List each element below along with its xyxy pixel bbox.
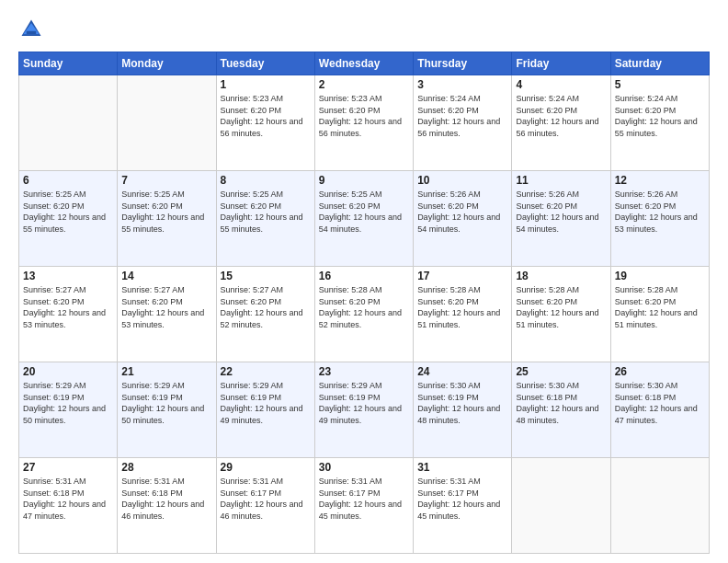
day-info: Sunrise: 5:31 AM Sunset: 6:17 PM Dayligh… [221,476,311,522]
day-info: Sunrise: 5:24 AM Sunset: 6:20 PM Dayligh… [417,93,507,139]
week-row-1: 1Sunrise: 5:23 AM Sunset: 6:20 PM Daylig… [19,75,710,171]
day-cell: 13Sunrise: 5:27 AM Sunset: 6:20 PM Dayli… [19,267,118,362]
header [18,17,710,42]
day-info: Sunrise: 5:30 AM Sunset: 6:18 PM Dayligh… [516,380,606,426]
day-cell: 25Sunrise: 5:30 AM Sunset: 6:18 PM Dayli… [512,362,610,458]
col-header-sunday: Sunday [19,52,118,75]
day-cell: 7Sunrise: 5:25 AM Sunset: 6:20 PM Daylig… [118,171,216,267]
day-info: Sunrise: 5:31 AM Sunset: 6:17 PM Dayligh… [417,476,507,522]
day-info: Sunrise: 5:29 AM Sunset: 6:19 PM Dayligh… [319,380,409,426]
svg-rect-2 [27,31,37,35]
day-info: Sunrise: 5:24 AM Sunset: 6:20 PM Dayligh… [615,93,705,139]
day-info: Sunrise: 5:31 AM Sunset: 6:18 PM Dayligh… [23,476,113,522]
week-row-3: 13Sunrise: 5:27 AM Sunset: 6:20 PM Dayli… [19,267,710,362]
day-info: Sunrise: 5:25 AM Sunset: 6:20 PM Dayligh… [23,189,113,235]
day-info: Sunrise: 5:28 AM Sunset: 6:20 PM Dayligh… [319,284,409,330]
day-number: 21 [121,365,211,378]
day-info: Sunrise: 5:26 AM Sunset: 6:20 PM Dayligh… [615,189,705,235]
day-number: 27 [23,461,113,474]
day-cell: 6Sunrise: 5:25 AM Sunset: 6:20 PM Daylig… [19,171,118,267]
day-number: 7 [121,174,211,187]
day-cell: 22Sunrise: 5:29 AM Sunset: 6:19 PM Dayli… [216,362,314,458]
day-number: 3 [417,78,507,91]
day-info: Sunrise: 5:27 AM Sunset: 6:20 PM Dayligh… [221,284,311,330]
calendar-table: SundayMondayTuesdayWednesdayThursdayFrid… [18,52,710,554]
col-header-friday: Friday [512,52,610,75]
day-cell [512,458,610,554]
week-row-5: 27Sunrise: 5:31 AM Sunset: 6:18 PM Dayli… [19,458,710,554]
day-number: 19 [615,270,705,282]
day-cell: 12Sunrise: 5:26 AM Sunset: 6:20 PM Dayli… [610,171,709,267]
day-number: 1 [221,78,311,91]
day-cell: 1Sunrise: 5:23 AM Sunset: 6:20 PM Daylig… [216,75,314,171]
day-cell: 15Sunrise: 5:27 AM Sunset: 6:20 PM Dayli… [216,267,314,362]
day-info: Sunrise: 5:26 AM Sunset: 6:20 PM Dayligh… [516,189,606,235]
day-number: 12 [615,174,705,187]
day-info: Sunrise: 5:27 AM Sunset: 6:20 PM Dayligh… [121,284,211,330]
day-cell: 9Sunrise: 5:25 AM Sunset: 6:20 PM Daylig… [314,171,413,267]
week-row-4: 20Sunrise: 5:29 AM Sunset: 6:19 PM Dayli… [19,362,710,458]
day-number: 25 [516,365,606,378]
day-cell [610,458,709,554]
day-info: Sunrise: 5:26 AM Sunset: 6:20 PM Dayligh… [417,189,507,235]
day-info: Sunrise: 5:29 AM Sunset: 6:19 PM Dayligh… [23,380,113,426]
day-number: 18 [516,270,606,282]
day-cell: 2Sunrise: 5:23 AM Sunset: 6:20 PM Daylig… [314,75,413,171]
day-info: Sunrise: 5:29 AM Sunset: 6:19 PM Dayligh… [121,380,211,426]
day-cell: 26Sunrise: 5:30 AM Sunset: 6:18 PM Dayli… [610,362,709,458]
day-info: Sunrise: 5:29 AM Sunset: 6:19 PM Dayligh… [221,380,311,426]
day-number: 2 [319,78,409,91]
day-cell: 8Sunrise: 5:25 AM Sunset: 6:20 PM Daylig… [216,171,314,267]
day-info: Sunrise: 5:28 AM Sunset: 6:20 PM Dayligh… [516,284,606,330]
day-number: 16 [319,270,409,282]
day-info: Sunrise: 5:30 AM Sunset: 6:18 PM Dayligh… [615,380,705,426]
day-info: Sunrise: 5:25 AM Sunset: 6:20 PM Dayligh… [221,189,311,235]
logo [18,17,48,42]
day-number: 8 [221,174,311,187]
day-cell: 10Sunrise: 5:26 AM Sunset: 6:20 PM Dayli… [414,171,512,267]
day-number: 4 [516,78,606,91]
day-cell: 16Sunrise: 5:28 AM Sunset: 6:20 PM Dayli… [314,267,413,362]
day-number: 17 [417,270,507,282]
day-number: 29 [221,461,311,474]
week-row-2: 6Sunrise: 5:25 AM Sunset: 6:20 PM Daylig… [19,171,710,267]
day-cell: 20Sunrise: 5:29 AM Sunset: 6:19 PM Dayli… [19,362,118,458]
day-cell: 11Sunrise: 5:26 AM Sunset: 6:20 PM Dayli… [512,171,610,267]
col-header-tuesday: Tuesday [216,52,314,75]
day-cell: 24Sunrise: 5:30 AM Sunset: 6:19 PM Dayli… [414,362,512,458]
day-info: Sunrise: 5:23 AM Sunset: 6:20 PM Dayligh… [221,93,311,139]
day-info: Sunrise: 5:31 AM Sunset: 6:18 PM Dayligh… [121,476,211,522]
day-number: 15 [221,270,311,282]
day-cell [118,75,216,171]
day-number: 22 [221,365,311,378]
col-header-thursday: Thursday [414,52,512,75]
day-number: 11 [516,174,606,187]
day-number: 10 [417,174,507,187]
day-cell: 29Sunrise: 5:31 AM Sunset: 6:17 PM Dayli… [216,458,314,554]
day-number: 13 [23,270,113,282]
day-cell [19,75,118,171]
col-header-monday: Monday [118,52,216,75]
day-cell: 28Sunrise: 5:31 AM Sunset: 6:18 PM Dayli… [118,458,216,554]
day-info: Sunrise: 5:30 AM Sunset: 6:19 PM Dayligh… [417,380,507,426]
day-info: Sunrise: 5:23 AM Sunset: 6:20 PM Dayligh… [319,93,409,139]
day-cell: 30Sunrise: 5:31 AM Sunset: 6:17 PM Dayli… [314,458,413,554]
col-header-saturday: Saturday [610,52,709,75]
day-info: Sunrise: 5:28 AM Sunset: 6:20 PM Dayligh… [615,284,705,330]
day-number: 9 [319,174,409,187]
day-info: Sunrise: 5:31 AM Sunset: 6:17 PM Dayligh… [319,476,409,522]
day-number: 14 [121,270,211,282]
day-cell: 21Sunrise: 5:29 AM Sunset: 6:19 PM Dayli… [118,362,216,458]
day-info: Sunrise: 5:24 AM Sunset: 6:20 PM Dayligh… [516,93,606,139]
day-info: Sunrise: 5:28 AM Sunset: 6:20 PM Dayligh… [417,284,507,330]
page: SundayMondayTuesdayWednesdayThursdayFrid… [0,0,728,563]
day-cell: 31Sunrise: 5:31 AM Sunset: 6:17 PM Dayli… [414,458,512,554]
day-cell: 4Sunrise: 5:24 AM Sunset: 6:20 PM Daylig… [512,75,610,171]
day-number: 30 [319,461,409,474]
day-number: 20 [23,365,113,378]
day-info: Sunrise: 5:25 AM Sunset: 6:20 PM Dayligh… [319,189,409,235]
logo-icon [18,17,44,42]
day-cell: 18Sunrise: 5:28 AM Sunset: 6:20 PM Dayli… [512,267,610,362]
day-number: 23 [319,365,409,378]
day-number: 26 [615,365,705,378]
